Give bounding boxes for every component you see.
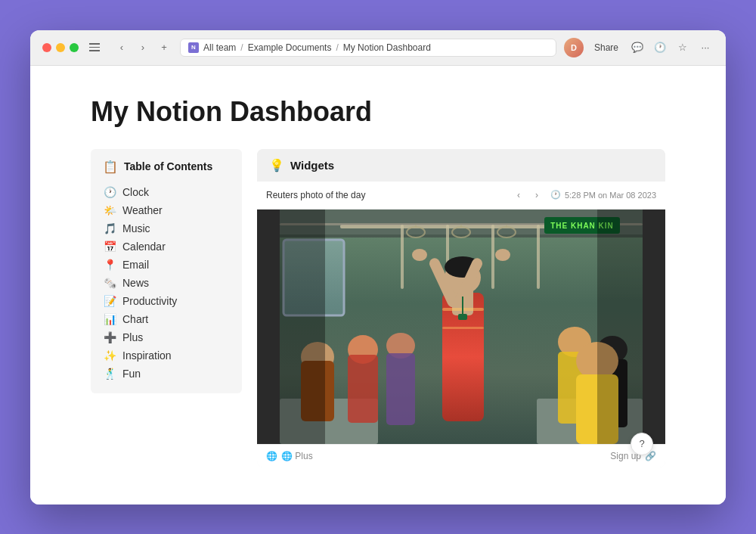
history-icon[interactable]: 🕐	[652, 39, 668, 56]
reuters-next-button[interactable]: ›	[529, 188, 544, 203]
svg-rect-42	[458, 314, 467, 320]
svg-point-37	[412, 249, 427, 261]
address-bar[interactable]: N All team / Example Documents / My Noti…	[180, 39, 556, 57]
breadcrumb-sep-1: /	[240, 42, 243, 53]
svg-rect-9	[491, 225, 494, 289]
workspace-icon: N	[188, 42, 199, 53]
breadcrumb-page: My Notion Dashboard	[343, 42, 431, 53]
toc-label-email: Email	[122, 259, 149, 271]
music-emoji: 🎵	[103, 222, 116, 234]
main-layout: 📋 Table of Contents 🕐 Clock 🌤️ Weather	[91, 149, 665, 467]
toc-item-clock[interactable]: 🕐 Clock	[103, 183, 230, 201]
toc-label-weather: Weather	[122, 204, 163, 216]
reuters-time-value: 5:28 PM on Mar 08 2023	[565, 191, 656, 200]
comment-icon[interactable]: 💬	[629, 39, 646, 56]
clock-icon: 🕐	[550, 190, 561, 200]
browser-actions: D Share 💬 🕐 ☆ ···	[564, 38, 714, 57]
svg-rect-10	[537, 225, 540, 289]
share-button[interactable]: Share	[590, 40, 623, 55]
toc-label-calendar: Calendar	[122, 241, 166, 253]
toc-label-chart: Chart	[122, 313, 148, 325]
toc-item-plus[interactable]: ➕ Plus	[103, 328, 230, 346]
browser-window: ‹ › + N All team / Example Documents / M…	[30, 30, 726, 505]
productivity-emoji: 📝	[103, 295, 116, 307]
svg-rect-46	[597, 210, 643, 444]
breadcrumb-section: Example Documents	[248, 42, 332, 53]
toc-item-fun[interactable]: 🕺 Fun	[103, 365, 230, 383]
toc-header: 📋 Table of Contents	[103, 160, 230, 174]
toc-label-productivity: Productivity	[122, 295, 177, 307]
photo-svg: THE KHAN KIN	[257, 210, 665, 444]
favorite-icon[interactable]: ☆	[674, 39, 691, 56]
toc-label-clock: Clock	[122, 186, 149, 198]
widgets-icon: 💡	[269, 158, 284, 172]
svg-rect-24	[348, 355, 378, 423]
plus-text: 🌐 Plus	[281, 451, 313, 461]
inspiration-emoji: ✨	[103, 349, 116, 362]
reuters-controls: ‹ › 🕐 5:28 PM on Mar 08 2023	[511, 188, 656, 203]
toc-item-inspiration[interactable]: ✨ Inspiration	[103, 346, 230, 365]
more-options-icon[interactable]: ···	[697, 39, 714, 56]
toc-label-fun: Fun	[122, 368, 141, 380]
reuters-prev-button[interactable]: ‹	[511, 188, 526, 203]
calendar-emoji: 📅	[103, 241, 116, 253]
traffic-lights	[42, 43, 79, 52]
widgets-card: 💡 Widgets Reuters photo of the day ‹ ›	[257, 149, 665, 467]
toc-item-chart[interactable]: 📊 Chart	[103, 310, 230, 328]
globe-icon: 🌐	[266, 451, 277, 461]
svg-rect-40	[442, 327, 484, 329]
plus-label: 🌐 🌐 Plus	[266, 451, 313, 461]
breadcrumb-workspace: All team	[203, 42, 236, 53]
back-button[interactable]: ‹	[113, 39, 130, 56]
toc-icon: 📋	[103, 160, 118, 174]
reuters-label: Reuters photo of the day	[266, 190, 365, 200]
avatar: D	[564, 38, 584, 57]
widgets-body: Reuters photo of the day ‹ › 🕐 5:28 PM o…	[257, 182, 665, 467]
toc-item-email[interactable]: 📍 Email	[103, 256, 230, 274]
toc-item-productivity[interactable]: 📝 Productivity	[103, 292, 230, 310]
email-emoji: 📍	[103, 259, 116, 271]
breadcrumb-sep-2: /	[336, 42, 338, 53]
toc-label-inspiration: Inspiration	[122, 349, 172, 362]
fun-emoji: 🕺	[103, 368, 116, 380]
forward-button[interactable]: ›	[135, 39, 151, 56]
toc-item-news[interactable]: 🗞️ News	[103, 274, 230, 292]
toc-label-news: News	[122, 277, 149, 289]
news-emoji: 🗞️	[103, 277, 116, 289]
svg-rect-45	[280, 210, 325, 444]
maximize-button[interactable]	[70, 43, 79, 52]
reuters-nav: ‹ ›	[511, 188, 544, 203]
toc-item-music[interactable]: 🎵 Music	[103, 219, 230, 238]
weather-emoji: 🌤️	[103, 204, 116, 216]
reuters-bar: Reuters photo of the day ‹ › 🕐 5:28 PM o…	[257, 182, 665, 210]
widgets-header: 💡 Widgets	[257, 149, 665, 182]
toc-item-calendar[interactable]: 📅 Calendar	[103, 238, 230, 256]
toc-title: Table of Contents	[124, 160, 212, 172]
toc-card: 📋 Table of Contents 🕐 Clock 🌤️ Weather	[91, 149, 242, 393]
toc-column: 📋 Table of Contents 🕐 Clock 🌤️ Weather	[91, 149, 242, 467]
chart-emoji: 📊	[103, 313, 116, 325]
svg-point-38	[495, 249, 510, 261]
page-title: My Notion Dashboard	[91, 96, 665, 128]
page-content: My Notion Dashboard 📋 Table of Contents …	[30, 66, 726, 505]
toc-label-music: Music	[122, 222, 150, 234]
browser-chrome: ‹ › + N All team / Example Documents / M…	[30, 30, 726, 66]
toc-list: 🕐 Clock 🌤️ Weather 🎵 Music 📅	[103, 183, 230, 383]
reuters-timestamp: 🕐 5:28 PM on Mar 08 2023	[550, 190, 656, 200]
reuters-photo: THE KHAN KIN	[257, 210, 665, 444]
minimize-button[interactable]	[56, 43, 65, 52]
sidebar-toggle-button[interactable]	[86, 39, 103, 56]
new-tab-button[interactable]: +	[156, 39, 172, 56]
browser-navigation: ‹ › +	[113, 39, 172, 56]
widgets-column: 💡 Widgets Reuters photo of the day ‹ ›	[257, 149, 665, 467]
svg-rect-26	[386, 353, 415, 425]
help-button[interactable]: ?	[631, 433, 653, 455]
clock-emoji: 🕐	[103, 186, 116, 198]
toc-item-weather[interactable]: 🌤️ Weather	[103, 201, 230, 219]
close-button[interactable]	[42, 43, 51, 52]
widgets-bottom-bar: 🌐 🌐 Plus Sign up 🔗	[257, 444, 665, 467]
svg-rect-7	[401, 225, 404, 289]
plus-emoji: ➕	[103, 331, 116, 343]
widgets-title: Widgets	[290, 159, 334, 172]
toc-label-plus: Plus	[122, 331, 143, 343]
